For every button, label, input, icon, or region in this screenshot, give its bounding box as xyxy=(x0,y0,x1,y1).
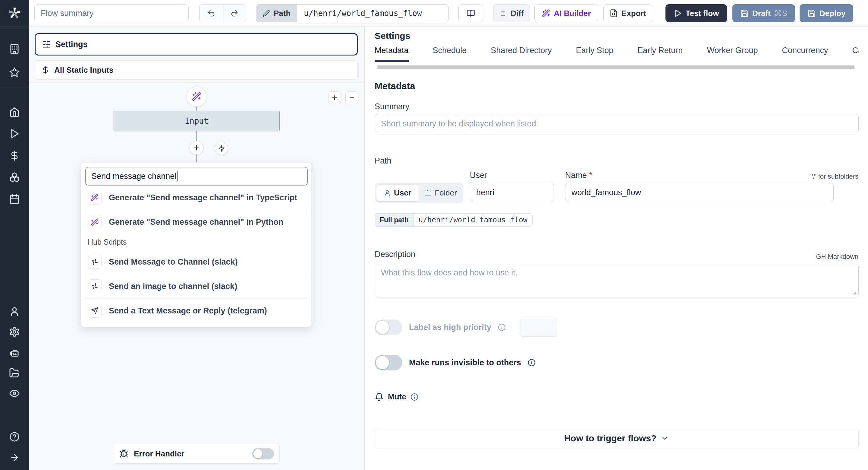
tab-worker-group[interactable]: Worker Group xyxy=(707,46,758,62)
sidebar-item-settings[interactable] xyxy=(0,322,29,342)
suggestion-generate-typescript[interactable]: Generate "Send message channel" in TypeS… xyxy=(85,185,307,210)
sidebar-item-workers[interactable] xyxy=(0,343,29,362)
add-step-button[interactable] xyxy=(190,141,204,155)
export-button[interactable]: Export xyxy=(603,4,652,22)
subfolder-hint: '/' for subfolders xyxy=(812,173,858,180)
hub-item-telegram-message[interactable]: Send a Text Message or Reply (telegram) xyxy=(85,299,307,323)
ai-builder-button[interactable]: AI Builder xyxy=(534,4,598,22)
sidebar-item-variables[interactable] xyxy=(0,146,29,165)
sidebar-item-users[interactable] xyxy=(0,302,29,321)
step-search-input[interactable]: Send message channel xyxy=(85,167,308,185)
folder-open-icon xyxy=(9,368,20,378)
add-trigger-button[interactable] xyxy=(215,142,228,155)
tab-cache[interactable]: Cache xyxy=(852,46,859,62)
user-field-label: User xyxy=(470,171,487,180)
settings-node-label: Settings xyxy=(56,40,88,49)
all-static-inputs-node[interactable]: All Static Inputs xyxy=(35,60,358,80)
bell-icon[interactable] xyxy=(375,392,384,402)
zoom-in-button[interactable]: + xyxy=(328,91,341,104)
diff-button[interactable]: Diff xyxy=(493,4,530,22)
undo-button[interactable] xyxy=(199,4,223,22)
error-handler-node[interactable]: Error Handler xyxy=(114,444,280,464)
description-label: Description xyxy=(375,250,415,259)
star-icon xyxy=(9,67,20,78)
sidebar-item-audit[interactable] xyxy=(0,384,29,403)
docs-button[interactable] xyxy=(458,4,483,22)
high-priority-toggle[interactable] xyxy=(375,320,402,335)
sidebar-item-home[interactable] xyxy=(0,102,29,122)
hub-item-slack-image[interactable]: Send an image to channel (slack) xyxy=(85,274,307,298)
suggestion-generate-python[interactable]: Generate "Send message channel" in Pytho… xyxy=(85,210,307,234)
summary-input[interactable] xyxy=(375,114,859,133)
windmill-logo[interactable] xyxy=(0,4,29,23)
tabs-scrollbar[interactable] xyxy=(377,65,855,69)
high-priority-row: Label as high priority xyxy=(375,318,557,337)
flow-graph-panel: Settings All Static Inputs + − Input Sen… xyxy=(29,27,365,470)
sidebar-item-runs[interactable] xyxy=(0,124,29,143)
text-cursor xyxy=(177,171,178,181)
owner-kind-user[interactable]: User xyxy=(376,184,419,201)
sidebar-item-favorites[interactable] xyxy=(0,63,29,82)
home-icon xyxy=(9,107,20,117)
static-inputs-label: All Static Inputs xyxy=(54,65,113,75)
error-handler-label: Error Handler xyxy=(134,449,247,459)
info-icon[interactable] xyxy=(498,323,506,331)
flow-path-chip[interactable]: Path u/henri/world_famous_flow xyxy=(256,4,449,22)
tab-schedule[interactable]: Schedule xyxy=(433,46,467,62)
how-to-trigger-flows-button[interactable]: How to trigger flows? xyxy=(375,428,859,449)
chevron-down-icon xyxy=(661,434,669,443)
book-open-icon xyxy=(467,9,475,18)
hub-item-slack-message[interactable]: Send Message to Channel (slack) xyxy=(85,250,307,274)
ai-flow-builder-button[interactable] xyxy=(187,87,207,107)
slack-icon xyxy=(88,255,101,269)
gear-icon xyxy=(9,326,20,337)
owner-kind-toggle: User Folder xyxy=(375,183,463,203)
path-edit-segment[interactable]: Path xyxy=(256,4,297,22)
path-user-input[interactable] xyxy=(470,183,554,202)
invisible-runs-toggle[interactable] xyxy=(375,355,402,371)
ai-builder-label: AI Builder xyxy=(554,9,591,18)
eye-icon xyxy=(9,388,20,399)
priority-value-input[interactable] xyxy=(520,318,557,337)
play-icon xyxy=(9,128,20,139)
tab-early-stop[interactable]: Early Stop xyxy=(576,46,614,62)
edge-connector xyxy=(196,107,197,111)
draft-button[interactable]: Draft ⌘S xyxy=(733,4,795,22)
sidebar-expand[interactable] xyxy=(0,448,29,467)
tab-early-return[interactable]: Early Return xyxy=(638,46,683,62)
sliders-icon xyxy=(42,40,51,49)
path-value: u/henri/world_famous_flow xyxy=(297,4,428,22)
path-name-input[interactable] xyxy=(565,183,834,202)
zap-icon xyxy=(218,145,225,152)
bug-icon xyxy=(119,449,128,458)
full-path-badge[interactable]: Full path u/henri/world_famous_flow xyxy=(375,213,532,227)
zoom-out-button[interactable]: − xyxy=(345,91,358,104)
sidebar-item-workspace[interactable] xyxy=(0,39,29,59)
description-textarea[interactable] xyxy=(375,264,859,297)
flow-input-node[interactable]: Input xyxy=(114,111,280,131)
error-handler-toggle[interactable] xyxy=(252,448,274,460)
sidebar-item-resources[interactable] xyxy=(0,168,29,187)
tab-concurrency[interactable]: Concurrency xyxy=(782,46,828,62)
tab-shared-directory[interactable]: Shared Directory xyxy=(491,46,552,62)
owner-kind-folder[interactable]: Folder xyxy=(420,184,462,201)
tab-metadata[interactable]: Metadata xyxy=(375,46,409,62)
suggestion-label: Generate "Send message channel" in TypeS… xyxy=(109,193,297,202)
deploy-button[interactable]: Deploy xyxy=(800,4,853,22)
redo-button[interactable] xyxy=(223,4,246,22)
panel-divider xyxy=(29,84,365,84)
diff-label: Diff xyxy=(510,9,524,18)
sidebar-item-help[interactable] xyxy=(0,427,29,446)
building-icon xyxy=(9,43,20,54)
flow-settings-node[interactable]: Settings xyxy=(35,33,358,56)
info-icon[interactable] xyxy=(528,359,535,366)
info-icon[interactable] xyxy=(410,393,418,401)
settings-tabs: Metadata Schedule Shared Directory Early… xyxy=(375,46,859,62)
sidebar-item-schedules[interactable] xyxy=(0,189,29,209)
wand-sparkles-icon xyxy=(542,9,550,18)
test-flow-button[interactable]: Test flow xyxy=(665,4,727,22)
sidebar-item-folders[interactable] xyxy=(0,363,29,383)
user-icon xyxy=(9,306,20,317)
flow-summary-input[interactable]: Flow summary xyxy=(34,4,189,22)
resize-handle[interactable] xyxy=(851,290,856,295)
